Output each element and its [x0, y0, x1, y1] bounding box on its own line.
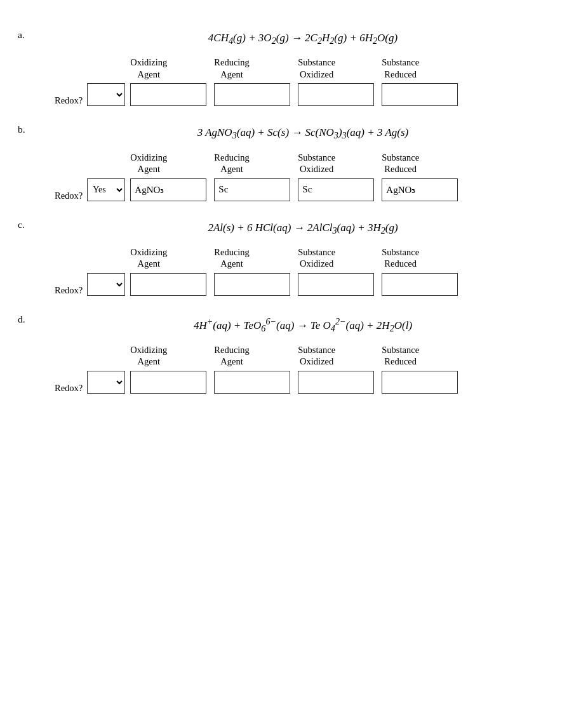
- answer-column-1: ReducingAgent: [214, 57, 290, 106]
- redox-row: Redox?YesNoOxidizingAgentReducingAgentSu…: [55, 344, 570, 394]
- column-header: SubstanceReduced: [382, 152, 419, 176]
- answer-column-3: SubstanceReduced: [382, 152, 458, 201]
- redox-select[interactable]: YesNo: [87, 178, 125, 201]
- problem-letter: c.: [18, 219, 36, 230]
- equation: 3 AgNO3(aq) + Sc(s) → Sc(NO3)3(aq) + 3 A…: [36, 124, 570, 147]
- answer-input[interactable]: [382, 371, 458, 394]
- answer-input[interactable]: [382, 178, 458, 201]
- answer-input[interactable]: [214, 371, 290, 394]
- column-header: OxidizingAgent: [130, 246, 167, 270]
- answer-input[interactable]: [214, 83, 290, 106]
- redox-select[interactable]: YesNo: [87, 273, 125, 296]
- column-header: SubstanceOxidized: [298, 152, 335, 176]
- equation: 2Al(s) + 6 HCl(aq) → 2AlCl3(aq) + 3H2(g): [36, 219, 570, 243]
- problem-a: a.4CH4(g) + 3O2(g) → 2C2H2(g) + 6H2O(g)R…: [18, 29, 570, 106]
- column-header: OxidizingAgent: [130, 152, 167, 176]
- answer-column-2: SubstanceOxidized: [298, 246, 374, 296]
- answer-input[interactable]: [130, 178, 206, 201]
- equation: 4CH4(g) + 3O2(g) → 2C2H2(g) + 6H2O(g): [36, 29, 570, 53]
- redox-select[interactable]: YesNo: [87, 83, 125, 106]
- answer-column-1: ReducingAgent: [214, 246, 290, 296]
- answer-column-0: OxidizingAgent: [130, 344, 206, 394]
- answer-column-2: SubstanceOxidized: [298, 57, 374, 106]
- redox-label: Redox?: [55, 190, 83, 201]
- problem-letter: b.: [18, 124, 36, 135]
- answer-column-1: ReducingAgent: [214, 152, 290, 201]
- answer-column-2: SubstanceOxidized: [298, 344, 374, 394]
- column-header: OxidizingAgent: [130, 344, 167, 368]
- redox-row: Redox?YesNoOxidizingAgentReducingAgentSu…: [55, 152, 570, 201]
- column-header: ReducingAgent: [214, 152, 250, 176]
- redox-select[interactable]: YesNo: [87, 371, 125, 394]
- answer-input[interactable]: [130, 273, 206, 296]
- answer-column-3: SubstanceReduced: [382, 344, 458, 394]
- column-header: SubstanceOxidized: [298, 344, 335, 368]
- answer-input[interactable]: [298, 273, 374, 296]
- problem-d: d.4H+(aq) + TeO66−(aq) → Te O42−(aq) + 2…: [18, 314, 570, 394]
- column-header: SubstanceReduced: [382, 344, 419, 368]
- answer-input[interactable]: [214, 273, 290, 296]
- answer-column-0: OxidizingAgent: [130, 57, 206, 106]
- column-header: SubstanceOxidized: [298, 246, 335, 270]
- equation: 4H+(aq) + TeO66−(aq) → Te O42−(aq) + 2H2…: [36, 314, 570, 340]
- problem-letter: a.: [18, 29, 36, 41]
- answer-input[interactable]: [130, 83, 206, 106]
- answer-input[interactable]: [382, 273, 458, 296]
- problem-b: b.3 AgNO3(aq) + Sc(s) → Sc(NO3)3(aq) + 3…: [18, 124, 570, 201]
- answer-input[interactable]: [298, 371, 374, 394]
- answer-column-0: OxidizingAgent: [130, 246, 206, 296]
- redox-label: Redox?: [55, 285, 83, 296]
- answer-column-2: SubstanceOxidized: [298, 152, 374, 201]
- column-header: ReducingAgent: [214, 344, 250, 368]
- problem-letter: d.: [18, 314, 36, 325]
- redox-row: Redox?YesNoOxidizingAgentReducingAgentSu…: [55, 57, 570, 106]
- redox-row: Redox?YesNoOxidizingAgentReducingAgentSu…: [55, 246, 570, 296]
- redox-label: Redox?: [55, 383, 83, 394]
- column-header: SubstanceReduced: [382, 246, 419, 270]
- column-header: SubstanceOxidized: [298, 57, 335, 81]
- problem-c: c.2Al(s) + 6 HCl(aq) → 2AlCl3(aq) + 3H2(…: [18, 219, 570, 296]
- answer-input[interactable]: [214, 178, 290, 201]
- answer-input[interactable]: [130, 371, 206, 394]
- redox-label: Redox?: [55, 95, 83, 106]
- answer-column-3: SubstanceReduced: [382, 57, 458, 106]
- answer-column-0: OxidizingAgent: [130, 152, 206, 201]
- column-header: SubstanceReduced: [382, 57, 419, 81]
- answer-input[interactable]: [298, 178, 374, 201]
- column-header: ReducingAgent: [214, 246, 250, 270]
- answer-column-1: ReducingAgent: [214, 344, 290, 394]
- column-header: OxidizingAgent: [130, 57, 167, 81]
- answer-input[interactable]: [298, 83, 374, 106]
- answer-input[interactable]: [382, 83, 458, 106]
- answer-column-3: SubstanceReduced: [382, 246, 458, 296]
- column-header: ReducingAgent: [214, 57, 250, 81]
